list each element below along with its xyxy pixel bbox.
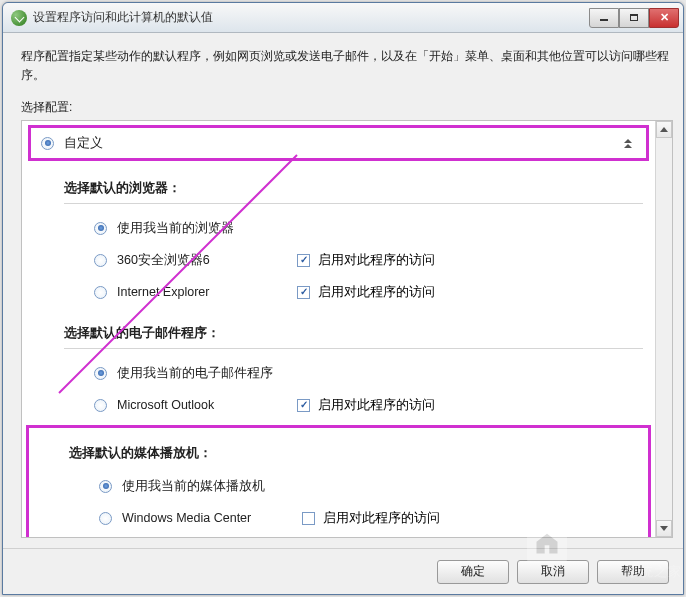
close-button[interactable]: ✕: [649, 8, 679, 28]
browser-opt-ie-label: Internet Explorer: [117, 285, 297, 299]
radio-media-wmc[interactable]: [99, 512, 112, 525]
scrollbar[interactable]: [655, 121, 672, 537]
radio-media-current[interactable]: [99, 480, 112, 493]
media-section: 选择默认的媒体播放机： 使用我当前的媒体播放机 Windows Media Ce…: [37, 432, 640, 537]
ok-button[interactable]: 确定: [437, 560, 509, 584]
checkbox-browser-360[interactable]: [297, 254, 310, 267]
maximize-button[interactable]: [619, 8, 649, 28]
media-opt-wmp[interactable]: Windows Media Player 启用对此程序的访问: [69, 534, 630, 537]
collapse-icon[interactable]: [620, 136, 636, 150]
email-opt-current[interactable]: 使用我当前的电子邮件程序: [64, 357, 643, 389]
browser-opt-ie[interactable]: Internet Explorer 启用对此程序的访问: [64, 276, 643, 308]
cancel-button[interactable]: 取消: [517, 560, 589, 584]
access-label: 启用对此程序的访问: [323, 510, 440, 527]
browser-opt-current[interactable]: 使用我当前的浏览器: [64, 212, 643, 244]
custom-option-label: 自定义: [64, 134, 620, 152]
media-opt-current-label: 使用我当前的媒体播放机: [122, 478, 302, 495]
select-config-label: 选择配置:: [21, 99, 673, 116]
media-highlight-box: 选择默认的媒体播放机： 使用我当前的媒体播放机 Windows Media Ce…: [26, 425, 651, 537]
email-opt-current-label: 使用我当前的电子邮件程序: [117, 365, 297, 382]
window-buttons: ✕: [589, 8, 679, 28]
radio-browser-360[interactable]: [94, 254, 107, 267]
radio-browser-ie[interactable]: [94, 286, 107, 299]
scroll-track[interactable]: [656, 138, 672, 520]
browser-section-title: 选择默认的浏览器：: [64, 171, 643, 204]
browser-section: 选择默认的浏览器： 使用我当前的浏览器 360安全浏览器6 启用对此程序的访问 …: [24, 167, 653, 312]
email-opt-outlook[interactable]: Microsoft Outlook 启用对此程序的访问: [64, 389, 643, 421]
checkbox-email-outlook[interactable]: [297, 399, 310, 412]
main-window: 设置程序访问和此计算机的默认值 ✕ 程序配置指定某些动作的默认程序，例如网页浏览…: [2, 2, 684, 595]
email-opt-outlook-label: Microsoft Outlook: [117, 398, 297, 412]
browser-opt-360-label: 360安全浏览器6: [117, 252, 297, 269]
browser-opt-current-label: 使用我当前的浏览器: [117, 220, 297, 237]
checkbox-media-wmc[interactable]: [302, 512, 315, 525]
minimize-button[interactable]: [589, 8, 619, 28]
list-scroll-area[interactable]: 自定义 选择默认的浏览器： 使用我当前的浏览器 360安全浏览器6: [22, 121, 655, 537]
custom-option-row[interactable]: 自定义: [28, 125, 649, 161]
media-opt-wmc-label: Windows Media Center: [122, 511, 302, 525]
radio-email-outlook[interactable]: [94, 399, 107, 412]
config-list: 自定义 选择默认的浏览器： 使用我当前的浏览器 360安全浏览器6: [21, 120, 673, 538]
dialog-footer: 确定 取消 帮助: [3, 548, 683, 594]
scroll-down-button[interactable]: [656, 520, 672, 537]
media-opt-wmc[interactable]: Windows Media Center 启用对此程序的访问: [69, 502, 630, 534]
browser-opt-360[interactable]: 360安全浏览器6 启用对此程序的访问: [64, 244, 643, 276]
window-title: 设置程序访问和此计算机的默认值: [33, 9, 589, 26]
media-section-title: 选择默认的媒体播放机：: [69, 436, 630, 468]
checkbox-browser-ie[interactable]: [297, 286, 310, 299]
scroll-up-button[interactable]: [656, 121, 672, 138]
radio-browser-current[interactable]: [94, 222, 107, 235]
access-label: 启用对此程序的访问: [318, 284, 435, 301]
content-area: 程序配置指定某些动作的默认程序，例如网页浏览或发送电子邮件，以及在「开始」菜单、…: [3, 33, 683, 548]
app-icon: [11, 10, 27, 26]
radio-custom[interactable]: [41, 137, 54, 150]
titlebar[interactable]: 设置程序访问和此计算机的默认值 ✕: [3, 3, 683, 33]
access-label: 启用对此程序的访问: [318, 397, 435, 414]
access-label: 启用对此程序的访问: [318, 252, 435, 269]
media-opt-current[interactable]: 使用我当前的媒体播放机: [69, 470, 630, 502]
radio-email-current[interactable]: [94, 367, 107, 380]
description-text: 程序配置指定某些动作的默认程序，例如网页浏览或发送电子邮件，以及在「开始」菜单、…: [21, 47, 673, 85]
help-button[interactable]: 帮助: [597, 560, 669, 584]
email-section: 选择默认的电子邮件程序： 使用我当前的电子邮件程序 Microsoft Outl…: [24, 312, 653, 425]
email-section-title: 选择默认的电子邮件程序：: [64, 316, 643, 349]
